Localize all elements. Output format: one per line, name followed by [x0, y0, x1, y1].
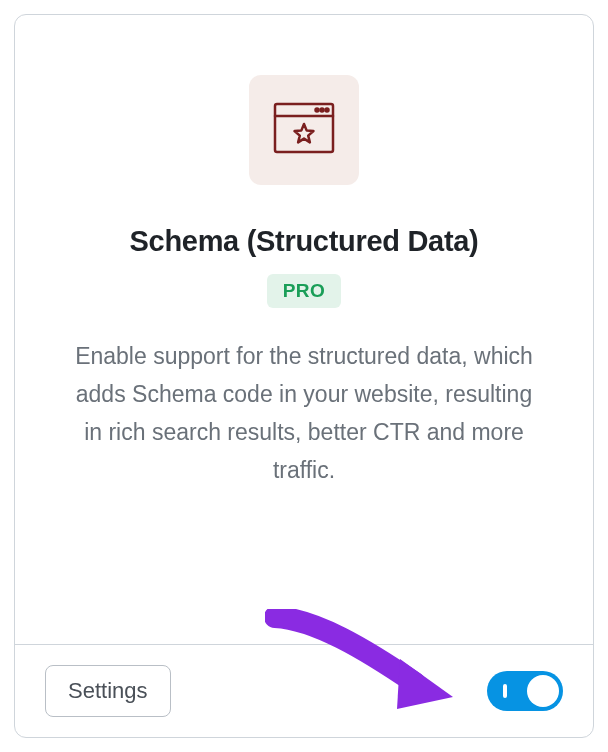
svg-point-2 [316, 109, 319, 112]
toggle-on-indicator [503, 684, 507, 698]
schema-icon-wrap [249, 75, 359, 185]
toggle-knob [527, 675, 559, 707]
schema-module-card: Schema (Structured Data) PRO Enable supp… [14, 14, 594, 738]
card-title: Schema (Structured Data) [130, 225, 479, 258]
pro-badge: PRO [267, 274, 342, 308]
card-body: Schema (Structured Data) PRO Enable supp… [15, 15, 593, 644]
settings-button[interactable]: Settings [45, 665, 171, 717]
browser-star-icon [273, 102, 335, 158]
svg-point-3 [321, 109, 324, 112]
card-description: Enable support for the structured data, … [64, 338, 544, 490]
svg-point-4 [326, 109, 329, 112]
enable-toggle[interactable] [487, 671, 563, 711]
card-footer: Settings [15, 644, 593, 737]
